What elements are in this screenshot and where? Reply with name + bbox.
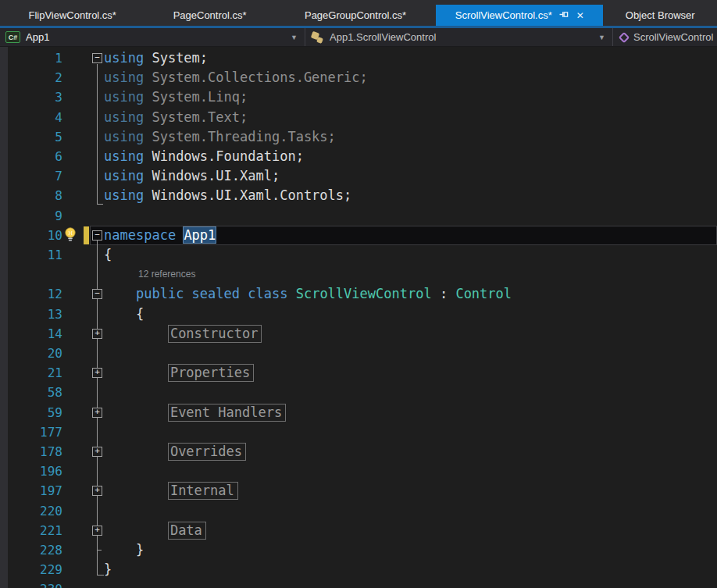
collapsed-region[interactable]: Event Handlers	[168, 404, 286, 422]
code-line: 4using System.Text;	[0, 108, 717, 127]
collapsed-region[interactable]: Data	[168, 522, 206, 540]
fold-toggle[interactable]: +	[92, 526, 102, 536]
codelens-row: 12 references	[0, 265, 717, 284]
code-token: System.Threading.Tasks;	[144, 129, 336, 144]
fold-toggle[interactable]: +	[92, 368, 102, 378]
close-icon[interactable]: ✕	[576, 11, 584, 20]
code-text[interactable]: }	[104, 560, 112, 579]
csharp-project-icon: C#	[5, 31, 20, 43]
code-text[interactable]: using Windows.UI.Xaml.Controls;	[104, 186, 351, 205]
code-line: 229}	[0, 560, 717, 579]
line-number: 220	[0, 501, 62, 521]
code-text[interactable]: using System.Collections.Generic;	[104, 68, 368, 87]
fold-toggle[interactable]: +	[92, 486, 102, 496]
tab-object-browser[interactable]: Object Browser	[603, 5, 717, 26]
line-number: 5	[0, 127, 62, 147]
types-dropdown[interactable]: App1.ScrollViewControl▼	[305, 28, 613, 46]
fold-toggle[interactable]: −	[92, 53, 102, 63]
code-text[interactable]: Event Handlers	[104, 403, 286, 422]
code-token: namespace	[104, 227, 176, 243]
code-text[interactable]: Properties	[104, 363, 254, 383]
fold-toggle[interactable]: +	[92, 329, 102, 339]
visual-studio-editor-window: FlipViewControl.cs*PageControl.cs*PageGr…	[0, 0, 717, 588]
member-icon	[619, 31, 630, 42]
line-number: 58	[0, 383, 62, 402]
code-editor[interactable]: 1−using System;2using System.Collections…	[0, 47, 717, 588]
tab-label: PageControl.cs*	[173, 9, 247, 21]
code-line: 5using System.Threading.Tasks;	[0, 127, 717, 147]
code-line: 21+ Properties	[0, 363, 717, 383]
line-number: 14	[0, 324, 62, 344]
tab-bar: FlipViewControl.cs*PageControl.cs*PageGr…	[0, 0, 717, 26]
code-text[interactable]: using Windows.Foundation;	[104, 147, 304, 166]
code-line: 178+ Overrides	[0, 442, 717, 461]
dropdown-label: App1.ScrollViewControl	[330, 31, 436, 43]
code-line: 220	[0, 501, 717, 521]
code-text[interactable]: {	[104, 245, 112, 265]
line-number: 2	[0, 68, 62, 87]
code-text[interactable]: using System.Text;	[104, 108, 248, 127]
code-token	[104, 365, 168, 380]
line-number: 7	[0, 166, 62, 186]
tab-pagegroupcontrol-cs[interactable]: PageGroupControl.cs*	[275, 5, 436, 26]
line-number: 228	[0, 540, 62, 560]
code-text[interactable]: Data	[104, 521, 206, 540]
code-text[interactable]: public sealed class ScrollViewControl : …	[104, 284, 512, 304]
code-token: using	[104, 69, 144, 85]
fold-toggle[interactable]: +	[92, 447, 102, 457]
line-number: 8	[0, 186, 62, 205]
code-line: 1−using System;	[0, 48, 717, 68]
collapsed-region[interactable]: Properties	[168, 364, 254, 382]
code-line: 2using System.Collections.Generic;	[0, 68, 717, 87]
code-text[interactable]: {	[104, 305, 144, 324]
code-token: System.Text;	[144, 109, 248, 125]
fold-toggle[interactable]: −	[92, 289, 102, 299]
code-token	[104, 286, 136, 301]
dropdown-label: App1	[26, 31, 49, 43]
code-line: 58	[0, 383, 717, 402]
collapsed-region[interactable]: Constructor	[168, 325, 262, 343]
class-icon	[311, 31, 324, 44]
code-line: 20	[0, 344, 717, 363]
code-text[interactable]: using Windows.UI.Xaml;	[104, 166, 280, 186]
codelens-references[interactable]: 12 references	[138, 265, 195, 284]
quick-actions-lightbulb-icon[interactable]	[63, 226, 77, 247]
project-dropdown[interactable]: C#App1▼	[0, 28, 305, 46]
line-number: 11	[0, 245, 62, 265]
collapsed-region[interactable]: Overrides	[168, 443, 246, 461]
line-number: 21	[0, 363, 62, 383]
code-line: 228 }	[0, 540, 717, 560]
chevron-down-icon[interactable]: ▼	[291, 34, 298, 41]
code-text[interactable]: namespace App1	[104, 226, 216, 245]
members-dropdown[interactable]: ScrollViewControl	[613, 28, 717, 46]
collapsed-region[interactable]: Internal	[168, 482, 238, 500]
code-token: public sealed class	[136, 286, 287, 301]
chevron-down-icon[interactable]: ▼	[598, 34, 605, 41]
fold-toggle[interactable]: +	[92, 408, 102, 418]
tab-flipviewcontrol-cs[interactable]: FlipViewControl.cs*	[0, 5, 144, 26]
code-text[interactable]: }	[104, 540, 144, 560]
tab-scrollviewcontrol-cs[interactable]: ScrollViewControl.cs*✕	[436, 5, 603, 26]
code-text[interactable]: Constructor	[104, 324, 262, 344]
code-text[interactable]: Overrides	[104, 442, 246, 461]
line-number: 178	[0, 442, 62, 461]
code-text[interactable]: using System.Threading.Tasks;	[104, 127, 336, 147]
code-token: using	[104, 148, 144, 164]
code-text[interactable]: using System.Linq;	[104, 87, 248, 107]
fold-toggle[interactable]: −	[92, 230, 102, 241]
change-indicator	[84, 226, 89, 244]
line-number: 3	[0, 87, 62, 107]
code-token: :	[432, 286, 456, 301]
code-token	[104, 326, 168, 341]
pin-icon[interactable]	[559, 9, 569, 22]
code-line: 10−namespace App1	[0, 226, 717, 245]
code-line: 7using Windows.UI.Xaml;	[0, 166, 717, 186]
code-line: 221+ Data	[0, 521, 717, 540]
code-text[interactable]: using System;	[104, 48, 208, 68]
dropdown-label: ScrollViewControl	[633, 31, 713, 43]
code-text[interactable]: Internal	[104, 481, 238, 501]
code-line: 6using Windows.Foundation;	[0, 147, 717, 166]
code-token: using	[104, 168, 144, 184]
code-token: {	[104, 247, 112, 262]
tab-pagecontrol-cs[interactable]: PageControl.cs*	[144, 5, 274, 26]
